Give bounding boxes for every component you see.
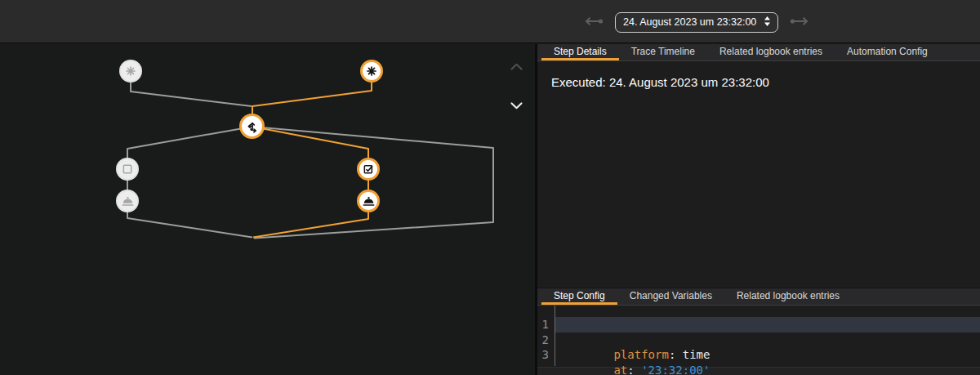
trace-details-panel: Step Details Trace Timeline Related logb… [537, 44, 980, 375]
top-toolbar: 24. August 2023 um 23:32:00 [0, 0, 980, 43]
line-number: 2 [537, 333, 549, 348]
tab-label: Changed Variables [630, 290, 712, 301]
room-service-icon [121, 194, 135, 208]
tab-label: Related logbook entries [737, 290, 840, 301]
tab-related-logbook-entries-2[interactable]: Related logbook entries [724, 288, 852, 305]
trace-path-lines [0, 44, 535, 375]
code-text: at: '23:32:00' [613, 364, 710, 375]
tab-label: Automation Config [847, 46, 928, 57]
line-number: 3 [537, 347, 549, 363]
up-down-spinner-icon [764, 16, 771, 29]
checkbox-blank-icon [121, 163, 134, 176]
tab-changed-variables[interactable]: Changed Variables [617, 288, 724, 305]
tab-trace-timeline[interactable]: Trace Timeline [619, 44, 707, 60]
arrow-decision-icon [245, 119, 260, 134]
details-tabbar: Step Details Trace Timeline Related logb… [537, 44, 980, 61]
asterisk-icon [365, 65, 378, 78]
scroll-up-button[interactable] [510, 60, 523, 69]
trace-run-controls: 24. August 2023 um 23:32:00 [583, 11, 810, 33]
step-config-section: Step Config Changed Variables Related lo… [537, 288, 980, 375]
chevron-down-icon [510, 99, 523, 113]
code-line: 2 at: '23:32:00' [537, 333, 980, 348]
ray-arrow-left-icon [583, 15, 604, 29]
condition-node-2[interactable] [357, 158, 380, 181]
step-details-content: Executed: 24. August 2023 um 23:32:00 [537, 61, 980, 103]
editor-footer [537, 367, 980, 375]
automation-trace-graph [0, 44, 535, 375]
previous-trace-button[interactable] [583, 15, 604, 29]
tab-label: Step Details [554, 46, 607, 57]
service-node-2[interactable] [357, 190, 380, 212]
yaml-editor[interactable]: 1 platform: time 2 at: '23:32:00' 3 id: … [537, 306, 980, 375]
trace-run-select-value: 24. August 2023 um 23:32:00 [623, 16, 756, 28]
service-node-1[interactable] [116, 190, 139, 212]
trigger-node-2[interactable] [360, 60, 383, 83]
scroll-down-button[interactable] [510, 99, 523, 108]
condition-node-1[interactable] [116, 158, 139, 181]
next-trace-button[interactable] [789, 15, 810, 29]
code-line: 3 id: ausschalten [537, 347, 980, 363]
executed-timestamp-text: Executed: 24. August 2023 um 23:32:00 [551, 75, 769, 89]
tab-label: Trace Timeline [631, 46, 695, 57]
code-text: platform: time [613, 348, 710, 361]
config-tabbar: Step Config Changed Variables Related lo… [537, 288, 980, 306]
chevron-up-icon [510, 60, 523, 74]
ray-arrow-right-icon [789, 15, 810, 29]
trigger-node-1[interactable] [119, 60, 142, 83]
choose-node[interactable] [239, 114, 265, 139]
tab-step-details[interactable]: Step Details [541, 44, 619, 60]
checkbox-marked-icon [362, 163, 375, 176]
tab-label: Step Config [554, 290, 605, 301]
tab-label: Related logbook entries [719, 46, 822, 57]
trace-run-select[interactable]: 24. August 2023 um 23:32:00 [615, 12, 778, 33]
tab-related-logbook-entries[interactable]: Related logbook entries [707, 44, 835, 60]
tab-step-config[interactable]: Step Config [541, 288, 617, 305]
line-number: 1 [537, 317, 549, 333]
tab-automation-config[interactable]: Automation Config [835, 44, 940, 60]
room-service-icon [362, 194, 376, 208]
asterisk-icon [124, 65, 137, 78]
code-line: 1 platform: time [537, 317, 980, 333]
